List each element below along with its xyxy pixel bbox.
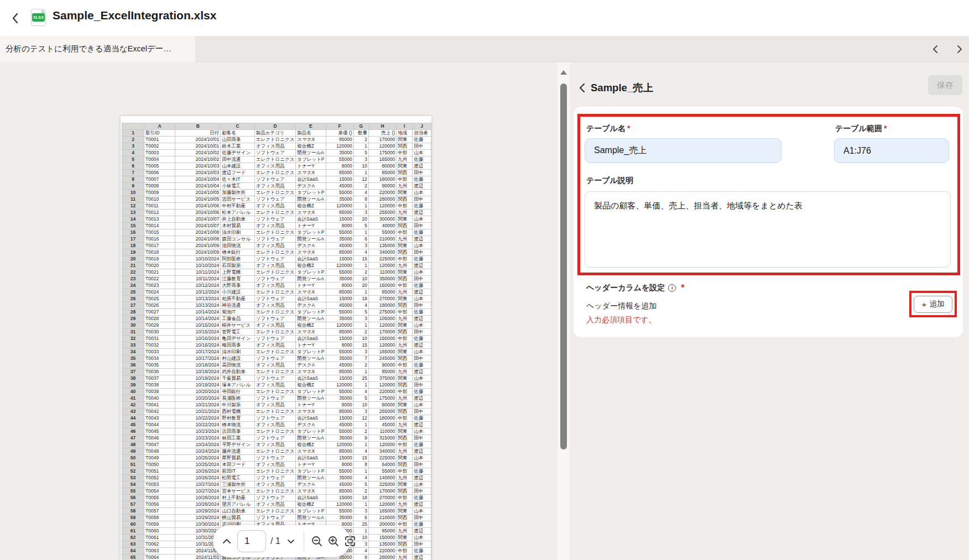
sheet-cell: 10/23/2024 bbox=[175, 435, 221, 442]
sheet-cell: 10/26/2024 bbox=[175, 475, 221, 482]
sheet-cell: 56 bbox=[122, 495, 144, 501]
sheet-cell: 1 bbox=[353, 322, 368, 329]
sheet-cell: 55000 bbox=[326, 269, 353, 276]
sheet-cell: 2024/10/01 bbox=[175, 137, 221, 143]
table-name-input[interactable] bbox=[585, 138, 782, 163]
sheet-cell: 120000 bbox=[326, 263, 353, 269]
sheet-cell: スマホX bbox=[296, 409, 326, 415]
sheet-cell: オフィス用品 bbox=[254, 322, 296, 329]
sheet-cell: 10/16/2024 bbox=[175, 342, 221, 349]
sheet-cell: T0017 bbox=[144, 243, 175, 249]
sheet-cell: 8 bbox=[353, 462, 368, 468]
sheet-cell: 10/27/2024 bbox=[175, 482, 221, 488]
sheet-cell: 九州 bbox=[397, 183, 413, 190]
sheet-cell: 270000 bbox=[369, 296, 397, 302]
sheet-cell: 会計SaaS bbox=[296, 176, 326, 183]
sheet-cell: 佐々木IT bbox=[221, 176, 254, 183]
header-info-hint: ヘッダー情報を追加 bbox=[586, 301, 657, 311]
sheet-cell: ソフトウェア bbox=[254, 455, 296, 462]
fit-to-screen-icon[interactable] bbox=[344, 535, 356, 547]
sheet-cell: 5 bbox=[353, 395, 368, 402]
page-up-icon[interactable] bbox=[221, 535, 233, 547]
sheet-cell: 3 bbox=[353, 349, 368, 355]
sheet-cell: 4 bbox=[122, 150, 144, 156]
sheet-cell: 佐藤 bbox=[413, 442, 431, 448]
sheet-cell: 105000 bbox=[369, 316, 397, 322]
zoom-out-icon[interactable] bbox=[311, 535, 323, 547]
sheet-cell: 田中 bbox=[413, 223, 431, 229]
sheet-cell: 30 bbox=[122, 322, 144, 329]
sheet-cell: 会計SaaS bbox=[296, 216, 326, 223]
sheet-cell: F bbox=[326, 123, 353, 130]
sheet-cell: 九州 bbox=[397, 236, 413, 243]
sheet-cell: 神谷流通 bbox=[221, 302, 254, 309]
sheet-cell: T0016 bbox=[144, 236, 175, 243]
sheet-cell: 工藤食品 bbox=[221, 316, 254, 322]
tab-bar: 分析のテストに利用できる適当なExcelデー… bbox=[0, 36, 969, 62]
sheet-cell: T0041 bbox=[144, 402, 175, 409]
xlsx-file-icon: XLSX bbox=[31, 9, 46, 26]
sheet-cell: 浜田商事 bbox=[221, 428, 254, 435]
sheet-cell: 渡辺 bbox=[413, 236, 431, 243]
scroll-up-icon[interactable] bbox=[560, 70, 567, 75]
info-icon[interactable]: i bbox=[668, 284, 676, 292]
sheet-cell: 長瀬医療 bbox=[221, 395, 254, 402]
sheet-cell: ソフトウェア bbox=[254, 276, 296, 282]
sheet-cell: 150000 bbox=[369, 336, 397, 342]
sheet-cell: 220000 bbox=[369, 190, 397, 196]
tab-prev-icon[interactable] bbox=[930, 44, 940, 54]
sheet-cell: 4 bbox=[353, 190, 368, 196]
panel-scrollbar[interactable] bbox=[558, 62, 570, 560]
add-header-button[interactable]: + 追加 bbox=[914, 296, 952, 313]
sheet-cell: 10/23/2024 bbox=[175, 428, 221, 435]
sheet-cell: 165000 bbox=[369, 156, 397, 163]
sheet-cell: スマホX bbox=[296, 137, 326, 143]
sheet-cell: T0023 bbox=[144, 282, 175, 289]
sheet-cell: T0014 bbox=[144, 223, 175, 229]
sheet-cell: 18 bbox=[353, 296, 368, 302]
sheet-cell: オフィス用品 bbox=[254, 422, 296, 428]
sheet-cell: 中部 bbox=[397, 256, 413, 263]
sheet-cell: 10/12/2024 bbox=[175, 282, 221, 289]
table-name-label: テーブル名* bbox=[586, 124, 630, 134]
sheet-cell: 54 bbox=[122, 482, 144, 488]
page-dropdown-icon[interactable] bbox=[285, 535, 297, 547]
sheet-cell: 会計SaaS bbox=[296, 336, 326, 342]
sheet-cell: 59 bbox=[122, 515, 144, 521]
sheet-cell: 田中 bbox=[413, 462, 431, 468]
sheet-cell: スマホX bbox=[296, 488, 326, 495]
sheet-cell: エレクトロニクス bbox=[254, 289, 296, 296]
sheet-cell: 49 bbox=[122, 448, 144, 455]
scrollbar-thumb[interactable] bbox=[560, 83, 567, 449]
save-button[interactable]: 保存 bbox=[928, 75, 962, 95]
sheet-cell: オフィス用品 bbox=[254, 143, 296, 150]
sheet-cell: 55000 bbox=[326, 389, 353, 395]
sheet-cell: B bbox=[175, 123, 221, 130]
panel-back-button[interactable] bbox=[576, 82, 588, 94]
sheet-cell: 星野貿易 bbox=[221, 455, 254, 462]
tab-next-icon[interactable] bbox=[955, 44, 965, 54]
sheet-cell: 10/18/2024 bbox=[175, 369, 221, 375]
back-button[interactable] bbox=[8, 11, 22, 25]
page-number-input[interactable]: 1 bbox=[237, 530, 266, 552]
sheet-cell: 55000 bbox=[326, 428, 353, 435]
sheet-cell: 40000 bbox=[369, 223, 397, 229]
sheet-cell: 田中 bbox=[413, 515, 431, 521]
table-desc-textarea[interactable]: 製品の顧客、単価、売上、担当者、地域等をまとめた表 bbox=[585, 191, 951, 268]
sheet-cell: 佐藤 bbox=[413, 203, 431, 210]
tab-active-sheet[interactable]: 分析のテストに利用できる適当なExcelデー… bbox=[0, 36, 195, 62]
zoom-in-icon[interactable] bbox=[327, 535, 340, 547]
sheet-cell: 4 bbox=[353, 548, 368, 554]
sheet-cell: 39 bbox=[122, 382, 144, 389]
sheet-cell: エレクトロニクス bbox=[254, 229, 296, 236]
table-range-input[interactable] bbox=[834, 138, 949, 163]
sheet-cell: タブレットP bbox=[296, 468, 326, 475]
sheet-cell: 佐藤 bbox=[413, 229, 431, 236]
sheet-cell: 55000 bbox=[326, 508, 353, 515]
spreadsheet-grid: ABCDEFGHIJ1取引ID日付顧客名製品カテゴリ製品名単価 ()数量売上 (… bbox=[122, 123, 431, 560]
sheet-cell: 2024/10/08 bbox=[175, 229, 221, 236]
sheet-cell: 18 bbox=[353, 495, 368, 501]
sheet-cell: 170000 bbox=[369, 488, 397, 495]
sheet-cell: 2024/10/07 bbox=[175, 223, 221, 229]
sheet-cell: 渡辺 bbox=[413, 422, 431, 428]
